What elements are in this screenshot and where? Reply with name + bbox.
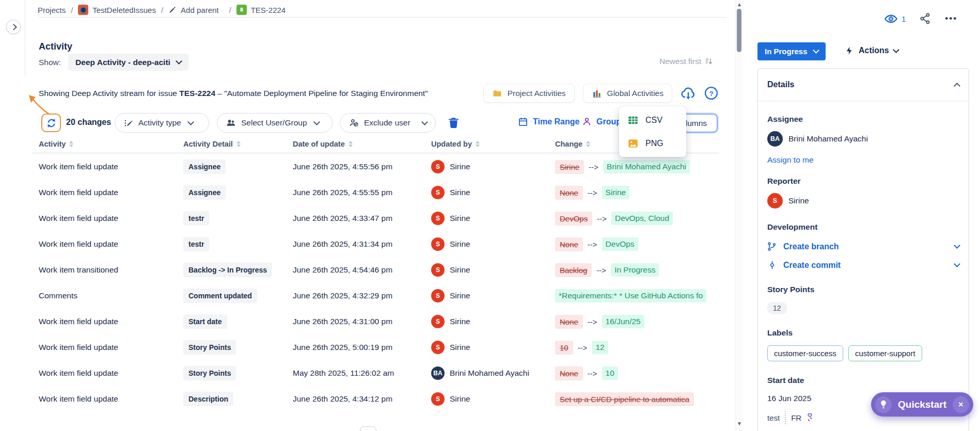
change-cell: None-->16/Jun/25 — [555, 315, 720, 329]
chevron-down-icon — [313, 119, 320, 125]
select-user-group-label: Select User/Group — [241, 118, 307, 127]
reporter-value[interactable]: S Sirine — [767, 193, 959, 209]
change-cell: None-->DevOps — [555, 237, 720, 251]
activity-detail-badge: Story Points — [183, 366, 236, 380]
user-avatar: S — [431, 212, 445, 225]
refresh-button[interactable] — [41, 114, 61, 132]
status-dropdown[interactable]: In Progress — [757, 42, 826, 60]
change-arrow: --> — [588, 317, 597, 326]
collapse-details-chevron[interactable] — [954, 83, 960, 89]
date-cell: June 26th 2025, 4:31:34 pm — [293, 240, 431, 249]
user-avatar: S — [431, 341, 445, 354]
activity-detail-badge: Backlog -> In Progress — [183, 263, 272, 277]
activity-cell: Work item transitioned — [39, 265, 183, 275]
help-button[interactable]: ? — [704, 86, 718, 100]
group-button[interactable]: Group — [582, 117, 621, 126]
scrollbar-thumb[interactable] — [737, 9, 741, 52]
activity-cell: Work item field update — [39, 240, 183, 249]
time-range-button[interactable]: Time Range — [518, 117, 579, 127]
assignee-label: Assignee — [767, 115, 959, 124]
updated-by-cell: S Sirine — [431, 289, 555, 302]
share-button[interactable] — [919, 12, 931, 25]
reporter-label: Reporter — [767, 177, 959, 186]
scrollbar-down-arrow[interactable]: ▼ — [737, 421, 742, 426]
table-header-row: ActivityActivity DetailDate of updateUpd… — [39, 140, 720, 148]
change-arrow: --> — [588, 240, 597, 249]
export-csv-item[interactable]: CSV — [619, 108, 686, 132]
cloud-download-icon — [681, 87, 696, 100]
stream-issue-key: TES-2224 — [179, 89, 215, 98]
scrollbar-up-arrow[interactable]: ▲ — [737, 2, 742, 7]
activity-filter-value: Deep Activity - deep-aciti — [75, 58, 170, 67]
user-avatar: BA — [431, 366, 445, 380]
activity-type-icon — [123, 118, 133, 128]
watchers-control[interactable]: 1 — [884, 13, 906, 25]
change-arrow: --> — [589, 163, 598, 171]
calendar-icon — [518, 117, 528, 127]
project-activities-button[interactable]: Project Activities — [483, 84, 575, 103]
delete-filters-button[interactable] — [447, 116, 460, 130]
column-header-activity-detail[interactable]: Activity Detail — [183, 140, 293, 148]
change-cell: *Requirements:* * Use GitHub Actions fo — [555, 289, 720, 302]
time-range-label: Time Range — [533, 117, 579, 126]
updated-by-cell: BA Brini Mohamed Ayachi — [431, 366, 555, 380]
assign-to-me-link[interactable]: Assign to me — [767, 155, 959, 165]
export-cloud-button[interactable] — [681, 87, 696, 100]
column-header-date-of-update[interactable]: Date of update — [293, 140, 431, 148]
more-actions-button[interactable]: ••• — [945, 13, 957, 24]
breadcrumb-add-parent[interactable]: Add parent — [168, 6, 218, 14]
issue-type-icon — [236, 5, 247, 15]
activity-detail-cell: testr — [183, 211, 293, 226]
breadcrumb-project[interactable]: TestDeletedIssues — [78, 5, 156, 15]
change-arrow: --> — [597, 214, 607, 223]
create-branch-button[interactable]: Create branch — [767, 242, 959, 251]
activity-detail-cell: Backlog -> In Progress — [183, 263, 293, 277]
breadcrumb-issue[interactable]: TES-2224 — [236, 5, 286, 15]
translate-language: FR — [791, 413, 801, 422]
date-cell: June 26th 2025, 4:34:12 pm — [293, 394, 431, 404]
activity-cell: Work item field update — [39, 343, 183, 352]
assignee-value[interactable]: BA Brini Mohamed Ayachi — [767, 131, 959, 147]
vertical-scrollbar[interactable] — [735, 0, 744, 431]
label-chip[interactable]: customer-success — [767, 345, 843, 361]
png-label: PNG — [645, 139, 663, 148]
expand-sidebar-button[interactable] — [6, 20, 21, 34]
column-header-updated-by[interactable]: Updated by — [431, 140, 555, 148]
change-old-value: Sirine — [555, 160, 584, 174]
quickstart-label: Quickstart — [898, 399, 946, 410]
actions-dropdown[interactable]: Actions — [845, 45, 898, 56]
change-arrow: --> — [588, 188, 597, 197]
sort-order-label: Newest first — [659, 57, 701, 66]
share-icon — [919, 12, 931, 25]
export-png-item[interactable]: PNG — [619, 132, 686, 155]
svg-text:?: ? — [709, 90, 713, 98]
scroll-pill[interactable] — [360, 426, 376, 431]
sort-order-control[interactable]: Newest first — [659, 57, 714, 66]
create-commit-button[interactable]: Create commit — [767, 260, 959, 270]
activity-detail-cell: Assignee — [183, 185, 293, 200]
updated-by-cell: S Sirine — [431, 341, 555, 354]
global-activities-button[interactable]: Global Activities — [583, 84, 672, 103]
column-header-activity[interactable]: Activity — [39, 140, 183, 148]
change-old-value: Backlog — [555, 263, 592, 277]
select-user-group-button[interactable]: Select User/Group — [217, 113, 333, 133]
chevron-down-icon[interactable] — [954, 242, 960, 249]
chevron-down-icon[interactable] — [954, 261, 960, 267]
quickstart-button[interactable]: Quickstart × — [871, 392, 973, 417]
details-panel: Details Assignee BA Brini Mohamed Ayachi… — [757, 68, 969, 431]
activity-type-filter-button[interactable]: Activity type — [115, 113, 209, 133]
sort-icon — [69, 141, 73, 147]
activity-filter-dropdown[interactable]: Deep Activity - deep-aciti — [68, 54, 188, 71]
change-arrow: --> — [588, 369, 597, 378]
eye-icon — [884, 13, 898, 25]
breadcrumb-projects[interactable]: Projects — [38, 6, 66, 14]
exclude-user-button[interactable]: Exclude user — [340, 113, 436, 133]
question-mark-icon: ? — [704, 86, 718, 100]
label-chip[interactable]: customer-support — [848, 345, 922, 361]
table-row: Work item transitioned Backlog -> In Pro… — [39, 257, 720, 283]
table-row: Work item field update Story Points May … — [39, 360, 720, 386]
bar-chart-icon — [592, 88, 602, 99]
user-name: Sirine — [450, 214, 470, 223]
assignee-name: Brini Mohamed Ayachi — [788, 134, 868, 143]
quickstart-close-button[interactable]: × — [953, 396, 969, 413]
